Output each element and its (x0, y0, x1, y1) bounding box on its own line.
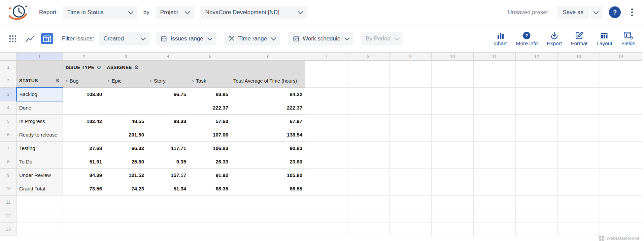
empty-cell[interactable] (432, 195, 474, 209)
row-header-3[interactable]: 3 (0, 88, 16, 101)
column-header-1[interactable]: 1 (16, 53, 63, 61)
column-header-13[interactable]: 13 (558, 53, 600, 61)
data-cell[interactable]: 106.83 (189, 142, 231, 155)
empty-cell[interactable] (231, 209, 305, 222)
grand-total-cell[interactable]: 51.34 (147, 182, 189, 195)
row-header-6[interactable]: 6 (0, 128, 16, 142)
empty-cell[interactable] (474, 169, 516, 182)
work-schedule-dropdown[interactable]: Work schedule (288, 32, 353, 46)
empty-cell[interactable] (347, 182, 389, 195)
empty-cell[interactable] (189, 209, 231, 222)
empty-cell[interactable] (516, 169, 558, 182)
row-header-12[interactable]: 12 (0, 209, 16, 222)
column-header-12[interactable]: 12 (516, 53, 558, 61)
empty-cell[interactable] (147, 209, 189, 222)
more-info-button[interactable]: ? More info (516, 31, 538, 47)
empty-cell[interactable] (558, 155, 600, 169)
status-settings-gear-icon[interactable]: ⚙ (56, 78, 60, 84)
assignee-settings-gear-icon[interactable]: ⚙ (134, 64, 139, 70)
row-header-8[interactable]: 8 (0, 155, 16, 169)
column-header-4[interactable]: 4 (147, 53, 189, 61)
data-cell[interactable]: 25.80 (105, 155, 147, 169)
empty-cell[interactable] (389, 88, 432, 101)
empty-cell[interactable] (432, 61, 474, 74)
pivot-corner-cell[interactable] (16, 61, 63, 74)
empty-cell[interactable] (16, 209, 63, 222)
total-column-header[interactable]: Total Average of Time (hours) (231, 74, 305, 88)
empty-cell[interactable] (305, 209, 347, 222)
empty-cell[interactable] (63, 222, 105, 236)
column-header-2[interactable]: 2 (63, 53, 105, 61)
empty-cell[interactable] (305, 222, 347, 236)
empty-cell[interactable] (16, 195, 63, 209)
empty-cell[interactable] (432, 74, 474, 88)
pivot-view-icon[interactable] (41, 33, 53, 44)
empty-cell[interactable] (558, 209, 600, 222)
empty-cell[interactable] (600, 74, 642, 88)
data-cell[interactable]: 107.06 (189, 128, 231, 142)
empty-cell[interactable] (600, 128, 642, 142)
empty-cell[interactable] (474, 115, 516, 128)
data-cell[interactable]: 9.35 (147, 155, 189, 169)
empty-cell[interactable] (432, 128, 474, 142)
empty-cell[interactable] (600, 61, 642, 74)
empty-cell[interactable] (105, 222, 147, 236)
empty-cell[interactable] (347, 88, 389, 101)
empty-cell[interactable] (305, 142, 347, 155)
empty-cell[interactable] (432, 182, 474, 195)
empty-cell[interactable] (347, 155, 389, 169)
empty-cell[interactable] (474, 61, 516, 74)
data-cell[interactable]: 91.92 (189, 169, 231, 182)
empty-cell[interactable] (600, 182, 642, 195)
empty-cell[interactable] (63, 209, 105, 222)
empty-cell[interactable] (231, 195, 305, 209)
status-dimension-cell[interactable]: STATUS ⚙ (16, 74, 63, 88)
empty-cell[interactable] (558, 128, 600, 142)
data-cell[interactable] (63, 101, 105, 115)
empty-cell[interactable] (389, 195, 432, 209)
data-cell[interactable] (147, 128, 189, 142)
row-header-4[interactable]: 4 (0, 101, 16, 115)
empty-cell[interactable] (389, 101, 432, 115)
empty-cell[interactable] (516, 142, 558, 155)
data-cell[interactable]: 48.55 (105, 115, 147, 128)
empty-cell[interactable] (600, 101, 642, 115)
empty-cell[interactable] (558, 182, 600, 195)
empty-cell[interactable] (600, 209, 642, 222)
total-cell[interactable]: 222.37 (231, 101, 305, 115)
time-range-dropdown[interactable]: Time range (224, 32, 280, 46)
empty-cell[interactable] (432, 88, 474, 101)
empty-cell[interactable] (432, 142, 474, 155)
empty-cell[interactable] (389, 222, 432, 236)
expand-icon[interactable]: › (108, 78, 110, 84)
row-header-1[interactable]: 1 (0, 61, 16, 74)
column-header-9[interactable]: 9 (389, 53, 432, 61)
empty-cell[interactable] (147, 195, 189, 209)
grand-total-cell[interactable]: 73.56 (63, 182, 105, 195)
row-label-cell[interactable]: Under Review (16, 169, 63, 182)
empty-cell[interactable] (558, 101, 600, 115)
empty-cell[interactable] (347, 101, 389, 115)
total-cell[interactable]: 90.83 (231, 142, 305, 155)
column-header-story[interactable]: ›Story (147, 74, 189, 88)
empty-cell[interactable] (63, 195, 105, 209)
row-label-cell[interactable]: Done (16, 101, 63, 115)
empty-cell[interactable] (432, 209, 474, 222)
column-header-epic[interactable]: ›Epic (105, 74, 147, 88)
chart-button[interactable]: Chart (494, 32, 507, 47)
empty-cell[interactable] (600, 195, 642, 209)
empty-cell[interactable] (305, 155, 347, 169)
row-header-9[interactable]: 9 (0, 169, 16, 182)
empty-cell[interactable] (432, 222, 474, 236)
empty-cell[interactable] (389, 182, 432, 195)
empty-cell[interactable] (474, 182, 516, 195)
scope-type-dropdown[interactable]: Project (156, 6, 194, 19)
total-cell[interactable]: 23.60 (231, 155, 305, 169)
column-header-11[interactable]: 11 (474, 53, 516, 61)
row-header-5[interactable]: 5 (0, 115, 16, 128)
empty-cell[interactable] (516, 182, 558, 195)
empty-cell[interactable] (347, 61, 389, 74)
empty-cell[interactable] (432, 101, 474, 115)
data-cell[interactable] (63, 128, 105, 142)
row-label-cell[interactable]: In Progress (16, 115, 63, 128)
